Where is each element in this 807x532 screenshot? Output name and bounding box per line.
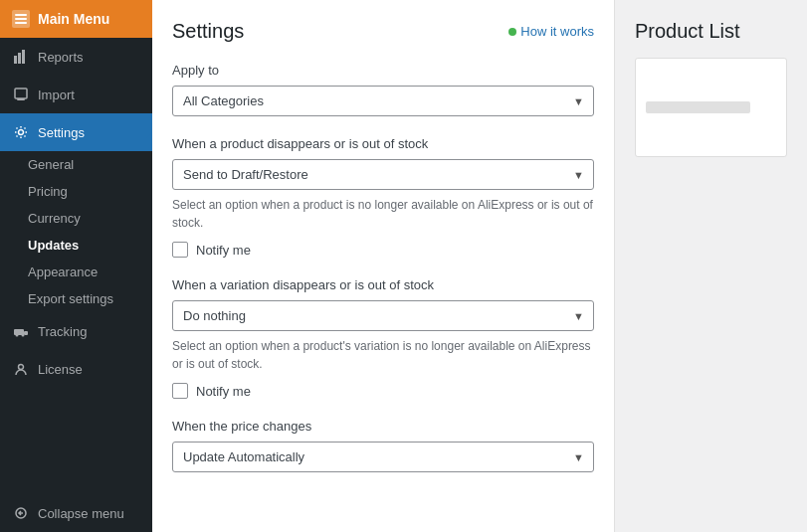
- variation-disappears-group: When a variation disappears or is out of…: [172, 277, 594, 399]
- main-menu-label: Main Menu: [38, 11, 109, 27]
- how-it-works-label: How it works: [520, 24, 594, 39]
- settings-title: Settings: [172, 20, 244, 43]
- notify-me-label-2: Notify me: [196, 384, 251, 399]
- sidebar-subitem-pricing[interactable]: Pricing: [0, 178, 152, 205]
- svg-rect-6: [15, 89, 27, 98]
- sidebar-main-menu[interactable]: Main Menu: [0, 0, 152, 38]
- product-disappears-group: When a product disappears or is out of s…: [172, 136, 594, 258]
- notify-me-label-1: Notify me: [196, 243, 251, 258]
- svg-rect-2: [15, 22, 27, 24]
- tracking-icon: [12, 322, 30, 340]
- settings-subitems: General Pricing Currency Updates Appeara…: [0, 151, 152, 312]
- product-disappears-hint: Select an option when a product is no lo…: [172, 196, 594, 232]
- svg-rect-0: [15, 14, 27, 16]
- how-it-works-link[interactable]: How it works: [508, 24, 594, 39]
- sidebar: Main Menu Reports Import Settings: [0, 0, 152, 532]
- sidebar-item-label: Import: [38, 88, 75, 102]
- notify-me-row-2: Notify me: [172, 383, 594, 399]
- product-list-title: Product List: [635, 20, 787, 43]
- sidebar-subitem-export-settings[interactable]: Export settings: [0, 285, 152, 312]
- product-disappears-select-wrapper: Send to Draft/Restore Do nothing Delete …: [172, 159, 594, 190]
- svg-point-8: [19, 130, 24, 135]
- sidebar-item-license[interactable]: License: [0, 350, 152, 388]
- apply-to-select-wrapper: All Categories Specific Category ▼: [172, 86, 594, 116]
- apply-to-label: Apply to: [172, 63, 594, 78]
- price-changes-label: When the price changes: [172, 419, 594, 434]
- license-icon: [12, 360, 30, 378]
- svg-rect-4: [18, 53, 21, 64]
- sidebar-item-collapse[interactable]: Collapse menu: [0, 494, 152, 532]
- price-changes-select-wrapper: Update Automatically Do nothing Notify m…: [172, 442, 594, 472]
- sidebar-item-import[interactable]: Import: [0, 76, 152, 113]
- how-it-works-dot: [508, 28, 516, 36]
- sidebar-subitem-updates[interactable]: Updates: [0, 232, 152, 259]
- sidebar-item-label: Settings: [38, 125, 85, 140]
- settings-header: Settings How it works: [172, 20, 594, 43]
- apply-to-select[interactable]: All Categories Specific Category: [172, 86, 594, 116]
- settings-panel: Settings How it works Apply to All Categ…: [152, 0, 615, 532]
- svg-rect-3: [14, 56, 17, 64]
- sidebar-subitem-currency[interactable]: Currency: [0, 205, 152, 232]
- sidebar-item-label: Tracking: [38, 324, 87, 339]
- sidebar-item-tracking[interactable]: Tracking: [0, 312, 152, 350]
- sidebar-subitem-appearance[interactable]: Appearance: [0, 259, 152, 285]
- svg-rect-7: [17, 98, 25, 100]
- product-disappears-label: When a product disappears or is out of s…: [172, 136, 594, 151]
- svg-point-13: [19, 365, 24, 370]
- variation-disappears-select[interactable]: Do nothing Send to Draft/Restore Delete: [172, 300, 594, 331]
- variation-disappears-select-wrapper: Do nothing Send to Draft/Restore Delete …: [172, 300, 594, 331]
- product-list-bar: [646, 101, 750, 113]
- notify-me-checkbox-2[interactable]: [172, 383, 188, 399]
- collapse-icon: [12, 504, 30, 522]
- sidebar-item-settings[interactable]: Settings: [0, 113, 152, 151]
- notify-me-checkbox-1[interactable]: [172, 242, 188, 258]
- notify-me-row-1: Notify me: [172, 242, 594, 258]
- import-icon: [12, 86, 30, 103]
- product-disappears-select[interactable]: Send to Draft/Restore Do nothing Delete: [172, 159, 594, 190]
- price-changes-group: When the price changes Update Automatica…: [172, 419, 594, 472]
- variation-disappears-hint: Select an option when a product's variat…: [172, 337, 594, 373]
- settings-arrow: [146, 126, 152, 138]
- settings-icon: [12, 123, 30, 141]
- sidebar-item-reports[interactable]: Reports: [0, 38, 152, 76]
- sidebar-item-label: Collapse menu: [38, 506, 124, 521]
- price-changes-select[interactable]: Update Automatically Do nothing Notify m…: [172, 442, 594, 472]
- main-menu-icon: [12, 10, 30, 28]
- main-content: Settings How it works Apply to All Categ…: [152, 0, 807, 532]
- sidebar-subitem-general[interactable]: General: [0, 151, 152, 178]
- svg-point-11: [16, 334, 19, 337]
- sidebar-item-label: Reports: [38, 50, 84, 65]
- svg-rect-1: [15, 18, 27, 20]
- sidebar-item-label: License: [38, 362, 83, 377]
- svg-rect-5: [22, 50, 25, 64]
- svg-point-12: [22, 334, 25, 337]
- reports-icon: [12, 48, 30, 66]
- svg-rect-10: [24, 331, 28, 335]
- apply-to-group: Apply to All Categories Specific Categor…: [172, 63, 594, 116]
- product-list-placeholder: [635, 58, 787, 157]
- variation-disappears-label: When a variation disappears or is out of…: [172, 277, 594, 292]
- product-list-panel: Product List: [615, 0, 807, 532]
